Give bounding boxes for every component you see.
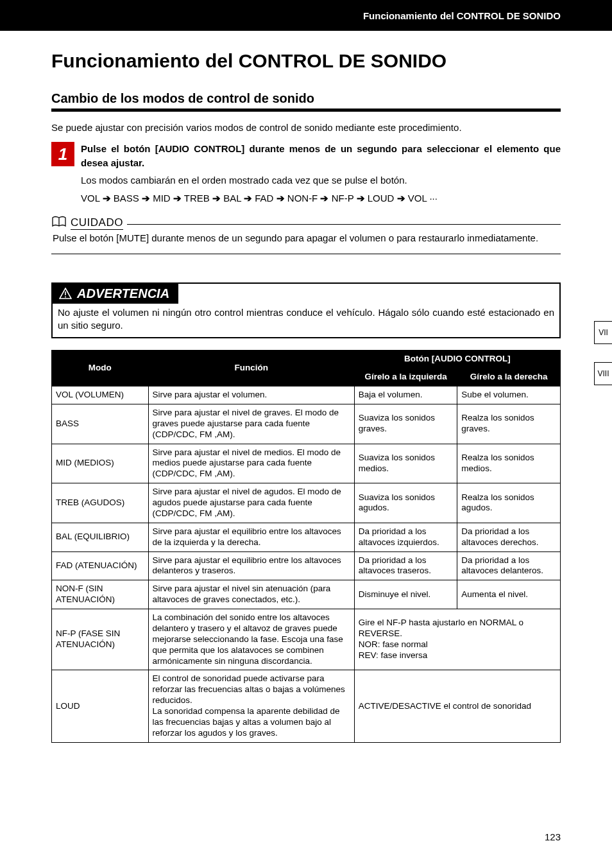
cell-turn-right: Sube el volumen. [457, 386, 561, 404]
warning-box: ADVERTENCIA No ajuste el volumen ni ning… [51, 282, 561, 339]
cell-turn-left: Suaviza los sonidos agudos. [354, 483, 457, 523]
th-mode: Modo [52, 351, 149, 386]
arrow-right-icon: ➔ [142, 193, 150, 204]
cell-mode: LOUD [52, 670, 149, 742]
flow-item: MID [153, 193, 171, 204]
table-row: VOL (VOLUMEN)Sirve para ajustar el volum… [52, 386, 561, 404]
table-row: LOUDEl control de sonoridad puede activa… [52, 670, 561, 742]
flow-item: LOUD [368, 193, 395, 204]
cell-turn-right: Da prioridad a los altavoces delanteros. [457, 551, 561, 580]
table-row: BAL (EQUILIBRIO)Sirve para ajustar el eq… [52, 523, 561, 551]
warning-triangle-icon [59, 288, 72, 299]
cell-function: Sirve para ajustar el nivel de agudos. E… [148, 483, 354, 523]
cell-turn-right: Realza los sonidos medios. [457, 444, 561, 483]
cell-mode: TREB (AGUDOS) [52, 483, 149, 523]
cell-turn-left: Baja el volumen. [354, 386, 457, 404]
cell-function: Sirve para ajustar el nivel de medios. E… [148, 444, 354, 483]
cell-turn-right: Da prioridad a los altavoces derechos. [457, 523, 561, 551]
page-subtitle: Cambio de los modos de control de sonido [51, 91, 561, 106]
section-divider [51, 254, 561, 254]
cell-mode: BAL (EQUILIBRIO) [52, 523, 149, 551]
modes-table: Modo Función Botón [AUDIO CONTROL] Gírel… [51, 350, 561, 742]
arrow-right-icon: ➔ [173, 193, 182, 204]
th-function: Función [148, 351, 354, 386]
cell-function: La combinación del sonido entre los alta… [148, 609, 354, 670]
caution-heading-row: CUIDADO [51, 216, 561, 231]
cell-mode: BASS [52, 404, 149, 444]
side-tabs: VII VIII [594, 321, 612, 385]
cell-function: Sirve para ajustar el equilibrio entre l… [148, 523, 354, 551]
cell-mode: VOL (VOLUMEN) [52, 386, 149, 404]
cell-function: Sirve para ajustar el equilibrio entre l… [148, 551, 354, 580]
flow-item: BAL [223, 193, 241, 204]
arrow-right-icon: ➔ [244, 193, 252, 204]
caution-text: Pulse el botón [MUTE] durante menos de u… [51, 231, 561, 245]
flow-item: VOL [408, 193, 427, 204]
warning-header: ADVERTENCIA [53, 284, 178, 304]
cell-mode: NON-F (SIN ATENUACIÓN) [52, 580, 149, 609]
header-section-title: Funcionamiento del CONTROL DE SONIDO [363, 10, 561, 21]
cell-turn-left: Suaviza los sonidos graves. [354, 404, 457, 444]
flow-item: BASS [114, 193, 139, 204]
arrow-right-icon: ➔ [103, 193, 111, 204]
caution-label: CUIDADO [71, 216, 123, 230]
svg-point-1 [65, 297, 66, 298]
th-button-group: Botón [AUDIO CONTROL] [354, 351, 560, 369]
side-tab: VIII [594, 362, 612, 385]
mode-flow: VOL ➔ BASS ➔ MID ➔ TREB ➔ BAL ➔ FAD ➔ NO… [81, 193, 561, 204]
cell-merged: ACTIVE/DESACTIVE el control de sonoridad [354, 670, 560, 742]
cell-function: Sirve para ajustar el nivel de graves. E… [148, 404, 354, 444]
cell-function: Sirve para ajustar el volumen. [148, 386, 354, 404]
cell-turn-right: Realza los sonidos graves. [457, 404, 561, 444]
warning-label: ADVERTENCIA [77, 286, 169, 301]
intro-text: Se puede ajustar con precisión varios mo… [51, 122, 561, 133]
table-row: MID (MEDIOS)Sirve para ajustar el nivel … [52, 444, 561, 483]
th-turn-left: Gírelo a la izquierda [354, 369, 457, 386]
cell-turn-right: Aumenta el nivel. [457, 580, 561, 609]
cell-turn-right: Realza los sonidos agudos. [457, 483, 561, 523]
table-row: NF-P (FASE SIN ATENUACIÓN)La combinación… [52, 609, 561, 670]
flow-item: NF-P [332, 193, 354, 204]
header-bar: Funcionamiento del CONTROL DE SONIDO [0, 0, 612, 31]
cell-turn-left: Da prioridad a los altavoces traseros. [354, 551, 457, 580]
side-tab: VII [594, 321, 612, 344]
cell-mode: MID (MEDIOS) [52, 444, 149, 483]
cell-merged: Gire el NF-P hasta ajustarlo en NORMAL o… [354, 609, 560, 670]
step-block: 1 Pulse el botón [AUDIO CONTROL] durante… [51, 142, 561, 170]
table-row: BASSSirve para ajustar el nivel de grave… [52, 404, 561, 444]
flow-trail: ··· [429, 193, 438, 204]
step-instruction: Pulse el botón [AUDIO CONTROL] durante m… [81, 142, 561, 170]
page-title: Funcionamiento del CONTROL DE SONIDO [51, 50, 561, 72]
th-turn-right: Gírelo a la derecha [457, 369, 561, 386]
step-number: 1 [51, 142, 74, 166]
flow-item: NON-F [287, 193, 318, 204]
cell-function: El control de sonoridad puede activarse … [148, 670, 354, 742]
arrow-right-icon: ➔ [397, 193, 405, 204]
arrow-right-icon: ➔ [357, 193, 365, 204]
arrow-right-icon: ➔ [276, 193, 285, 204]
cell-turn-left: Da prioridad a los altavoces izquierdos. [354, 523, 457, 551]
table-row: TREB (AGUDOS)Sirve para ajustar el nivel… [52, 483, 561, 523]
cell-function: Sirve para ajustar el nivel sin atenuaci… [148, 580, 354, 609]
flow-item: FAD [255, 193, 273, 204]
table-row: NON-F (SIN ATENUACIÓN)Sirve para ajustar… [52, 580, 561, 609]
flow-item: TREB [184, 193, 210, 204]
cell-mode: NF-P (FASE SIN ATENUACIÓN) [52, 609, 149, 670]
table-row: FAD (ATENUACIÓN)Sirve para ajustar el eq… [52, 551, 561, 580]
cell-turn-left: Suaviza los sonidos medios. [354, 444, 457, 483]
warning-text: No ajuste el volumen ni ningún otro cont… [53, 304, 559, 338]
book-icon [51, 216, 67, 231]
step-body: Los modos cambiarán en el orden mostrado… [81, 173, 561, 187]
flow-item: VOL [81, 193, 99, 204]
arrow-right-icon: ➔ [320, 193, 328, 204]
subtitle-divider [51, 108, 561, 112]
page-number: 123 [545, 831, 561, 842]
cell-mode: FAD (ATENUACIÓN) [52, 551, 149, 580]
cell-turn-left: Disminuye el nivel. [354, 580, 457, 609]
caution-rule [127, 224, 561, 225]
arrow-right-icon: ➔ [212, 193, 221, 204]
